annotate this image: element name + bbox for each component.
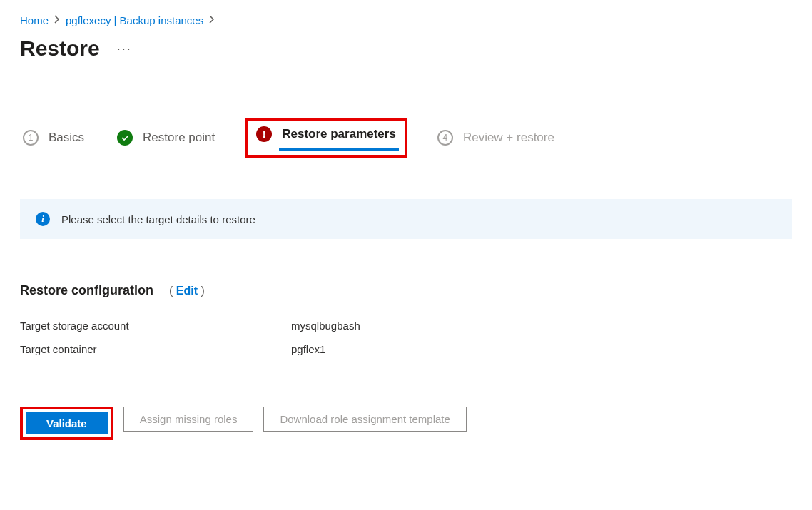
error-icon: ! [256, 126, 272, 142]
info-banner-text: Please select the target details to rest… [61, 213, 255, 225]
tab-review-restore[interactable]: 4 Review + restore [435, 126, 557, 150]
download-role-assignment-template-button[interactable]: Download role assignment template [263, 407, 466, 432]
button-row: Validate Assign missing roles Download r… [20, 407, 792, 440]
page-title: Restore [20, 36, 100, 61]
page-header: Restore ··· [20, 36, 792, 61]
highlight-annotation: ! Restore parameters [245, 118, 407, 158]
edit-link[interactable]: Edit [176, 285, 198, 297]
section-header: Restore configuration ( Edit ) [20, 283, 792, 298]
tab-label: Restore parameters [282, 127, 396, 141]
config-label-container: Target container [20, 343, 291, 355]
config-label-storage: Target storage account [20, 320, 291, 332]
assign-missing-roles-button[interactable]: Assign missing roles [123, 407, 254, 432]
config-value-storage: mysqlbugbash [291, 320, 792, 332]
tab-restore-parameters[interactable]: ! Restore parameters [253, 122, 399, 146]
chevron-right-icon [209, 15, 215, 26]
breadcrumb-item-backup-instances[interactable]: pgflexecy | Backup instances [66, 14, 203, 26]
info-banner: i Please select the target details to re… [20, 199, 792, 239]
check-icon [117, 130, 133, 146]
wizard-tabs: 1 Basics Restore point ! Restore paramet… [20, 118, 792, 158]
tab-basics[interactable]: 1 Basics [20, 126, 87, 150]
breadcrumb-home[interactable]: Home [20, 14, 49, 26]
edit-wrap: ( Edit ) [169, 285, 205, 297]
config-value-container: pgflex1 [291, 343, 792, 355]
config-table: Target storage account mysqlbugbash Targ… [20, 320, 792, 355]
tab-restore-point[interactable]: Restore point [114, 126, 218, 150]
more-actions-button[interactable]: ··· [117, 41, 132, 56]
step-number-icon: 4 [437, 130, 453, 146]
tab-label: Restore point [143, 131, 215, 145]
section-heading: Restore configuration [20, 283, 153, 298]
tab-label: Review + restore [463, 131, 554, 145]
breadcrumb: Home pgflexecy | Backup instances [20, 14, 792, 26]
chevron-right-icon [54, 15, 60, 26]
step-number-icon: 1 [23, 130, 39, 146]
tab-label: Basics [49, 131, 84, 145]
highlight-annotation: Validate [20, 407, 113, 440]
info-icon: i [36, 212, 50, 226]
validate-button[interactable]: Validate [26, 412, 108, 434]
